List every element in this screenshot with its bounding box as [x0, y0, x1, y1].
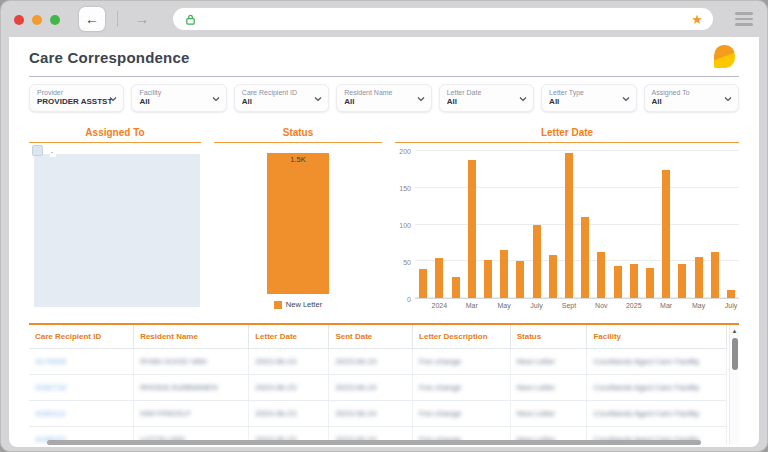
- filter-label: Care Recipient ID: [242, 88, 323, 97]
- scroll-up-icon[interactable]: ▲: [730, 325, 739, 334]
- bar-Dec 2024[interactable]: [614, 266, 622, 298]
- legend-swatch-new-letter: [274, 301, 282, 309]
- bar-Sep 2024[interactable]: [565, 153, 573, 298]
- chevron-down-icon: [417, 95, 425, 103]
- bar-Apr 2024[interactable]: [484, 260, 492, 298]
- x-tick-label: [577, 299, 593, 311]
- chevron-down-icon: [314, 95, 322, 103]
- vertical-scrollbar[interactable]: ▲: [729, 325, 739, 444]
- table-cell: 2023-06-24: [329, 349, 413, 375]
- column-header[interactable]: Letter Date: [249, 325, 329, 349]
- close-window-button[interactable]: [14, 15, 24, 25]
- bar-Mar 2025[interactable]: [662, 170, 670, 298]
- bar-slot: [480, 151, 496, 298]
- filter-value: All: [549, 97, 630, 107]
- care-recipient-id-cell: 4174005: [29, 349, 134, 375]
- bar-Apr 2025[interactable]: [678, 264, 686, 298]
- cell-text: Fee change: [419, 409, 461, 418]
- column-header[interactable]: Letter Description: [413, 325, 511, 349]
- window-controls: [14, 15, 60, 25]
- bar-slot: [545, 151, 561, 298]
- cell-text: RHODA SUMMANEN: [140, 383, 217, 392]
- browser-menu-icon[interactable]: [735, 12, 753, 26]
- table-cell: Courtlands Aged Care Facility: [587, 375, 727, 401]
- care-recipient-link[interactable]: 4162716: [35, 383, 66, 392]
- bar-Feb 2025[interactable]: [646, 268, 654, 298]
- address-bar[interactable]: ★: [173, 8, 713, 30]
- table-row: 4181113KIM FRIDOLF2023-06-232023-06-24Fe…: [29, 401, 727, 427]
- bar-Jan 2025[interactable]: [630, 264, 638, 298]
- bar-slot: [496, 151, 512, 298]
- filter-dropdown[interactable]: Resident Name All: [336, 84, 431, 112]
- filter-dropdown[interactable]: Provider PROVIDER ASSTST: [29, 84, 124, 112]
- assigned-to-checkbox[interactable]: [32, 145, 43, 156]
- table-cell: New Letter: [510, 401, 587, 427]
- y-tick-label: 100: [399, 222, 411, 229]
- column-header[interactable]: Resident Name: [134, 325, 249, 349]
- table-cell: 2023-06-23: [249, 401, 329, 427]
- column-header[interactable]: Status: [510, 325, 587, 349]
- bar-Jul 2024[interactable]: [533, 225, 541, 299]
- filter-dropdown[interactable]: Care Recipient ID All: [234, 84, 329, 112]
- table-header-row: Care Recipient IDResident NameLetter Dat…: [29, 325, 727, 349]
- horizontal-scrollbar-thumb[interactable]: [47, 440, 701, 445]
- table-cell: KIM FRIDOLF: [134, 401, 249, 427]
- bar-Nov 2024[interactable]: [597, 252, 605, 298]
- vertical-scrollbar-thumb[interactable]: [732, 338, 738, 370]
- column-header[interactable]: Facility: [587, 325, 727, 349]
- x-tick-label: July: [528, 299, 544, 311]
- x-tick-label: 2025: [626, 299, 642, 311]
- bar-Oct 2024[interactable]: [581, 217, 589, 298]
- care-recipient-link[interactable]: 4174005: [35, 357, 66, 366]
- page-content: Care Correspondence Provider PROVIDER AS…: [9, 37, 759, 447]
- status-bar-new-letter[interactable]: 1.5K: [267, 153, 329, 294]
- filter-label: Resident Name: [344, 88, 425, 97]
- filter-dropdown[interactable]: Letter Type All: [541, 84, 636, 112]
- cell-text: Fee change: [419, 383, 461, 392]
- legend-label: New Letter: [286, 300, 322, 309]
- table-cell: Fee change: [413, 375, 511, 401]
- care-recipient-id-cell: 4181113: [29, 401, 134, 427]
- filter-label: Letter Type: [549, 88, 630, 97]
- chevron-down-icon: [622, 95, 630, 103]
- page-header: Care Correspondence: [29, 37, 739, 77]
- bar-Jun 2025[interactable]: [711, 252, 719, 298]
- bar-May 2024[interactable]: [500, 250, 508, 298]
- assigned-to-item-label: -: [50, 149, 56, 157]
- bar-Jan 2024[interactable]: [435, 258, 443, 298]
- bar-Feb 2024[interactable]: [452, 277, 460, 298]
- column-header[interactable]: Sent Date: [329, 325, 413, 349]
- maximize-window-button[interactable]: [50, 15, 60, 25]
- assigned-to-selection-area[interactable]: [34, 154, 200, 307]
- filter-dropdown[interactable]: Facility All: [131, 84, 226, 112]
- bar-Mar 2024[interactable]: [468, 160, 476, 298]
- bar-slot: [512, 151, 528, 298]
- care-recipient-link[interactable]: 4181113: [35, 409, 65, 418]
- bar-Jul 2025[interactable]: [727, 290, 735, 298]
- back-button[interactable]: ←: [79, 7, 105, 31]
- care-recipient-id-cell: 4162716: [29, 375, 134, 401]
- forward-button[interactable]: →: [129, 7, 155, 31]
- filter-label: Provider: [37, 88, 118, 97]
- x-tick-label: [674, 299, 690, 311]
- filter-value: All: [344, 97, 425, 107]
- table-cell: Fee change: [413, 349, 511, 375]
- bar-Dec 2023[interactable]: [419, 269, 427, 298]
- bar-May 2025[interactable]: [695, 257, 703, 298]
- filter-value: All: [652, 97, 733, 107]
- lock-icon: [185, 14, 196, 25]
- filter-dropdown[interactable]: Letter Date All: [439, 84, 534, 112]
- bar-Jun 2024[interactable]: [516, 261, 524, 298]
- cell-text: 2023-06-23: [255, 357, 296, 366]
- y-tick-label: 0: [407, 296, 411, 303]
- bookmark-star-icon[interactable]: ★: [691, 13, 703, 26]
- minimize-window-button[interactable]: [32, 15, 42, 25]
- x-tick-label: Nov: [593, 299, 609, 311]
- filter-dropdown[interactable]: Assigned To All: [644, 84, 739, 112]
- table-cell: New Letter: [510, 349, 587, 375]
- bar-slot: [723, 151, 739, 298]
- y-tick-label: 150: [399, 185, 411, 192]
- column-header[interactable]: Care Recipient ID: [29, 325, 134, 349]
- bar-Aug 2024[interactable]: [549, 255, 557, 298]
- bar-slot: [707, 151, 723, 298]
